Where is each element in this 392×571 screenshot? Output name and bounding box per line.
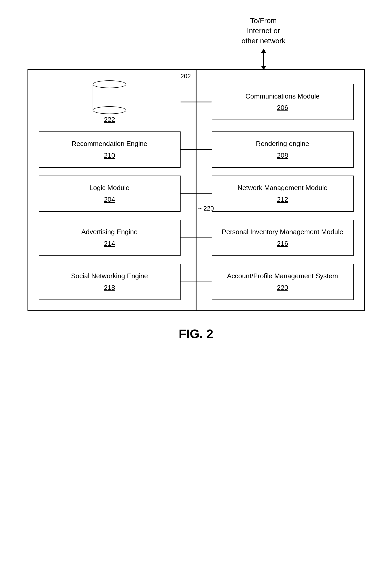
main-diagram-box: ~ 220 222 202 Commu	[27, 69, 365, 311]
rendering-title: Rendering engine	[256, 139, 309, 148]
cylinder-bottom	[93, 106, 126, 114]
network-mgmt-title: Network Management Module	[238, 183, 328, 192]
adv-connector-right	[196, 237, 212, 238]
adv-connector-left	[181, 237, 196, 238]
logic-number: 204	[104, 195, 115, 204]
advertising-cell: Advertising Engine 214	[39, 220, 196, 256]
logic-connector-left	[181, 193, 196, 194]
personal-inventory-title: Personal Inventory Management Module	[222, 227, 343, 236]
social-connector-right	[196, 281, 212, 282]
account-profile-cell: Account/Profile Management System 220	[196, 264, 354, 300]
logic-connector-right	[196, 193, 212, 194]
rec-connector-left	[181, 149, 196, 150]
internet-line2: Internet or	[247, 27, 280, 35]
personal-inventory-cell: Personal Inventory Management Module 216	[196, 220, 354, 256]
db-number: 222	[104, 116, 115, 124]
recommendation-module: Recommendation Engine 210	[39, 131, 181, 168]
rendering-cell: Rendering engine 208	[196, 131, 354, 168]
social-networking-title: Social Networking Engine	[71, 271, 148, 281]
communications-module: Communications Module 206	[212, 84, 354, 120]
row-4: Advertising Engine 214 Personal Inventor…	[39, 220, 354, 256]
cylinder-top	[93, 80, 126, 88]
communications-cell: Communications Module 206	[196, 84, 354, 120]
account-profile-title: Account/Profile Management System	[227, 271, 338, 281]
db-connector	[181, 102, 196, 102]
recommendation-cell: Recommendation Engine 210	[39, 131, 196, 168]
rendering-number: 208	[277, 151, 288, 160]
communications-title: Communications Module	[245, 92, 320, 101]
social-networking-cell: Social Networking Engine 218	[39, 264, 196, 300]
logic-module: Logic Module 204	[39, 176, 181, 212]
network-mgmt-number: 212	[277, 195, 288, 204]
network-mgmt-module: Network Management Module 212	[212, 176, 354, 212]
advertising-title: Advertising Engine	[81, 227, 138, 236]
social-networking-module: Social Networking Engine 218	[39, 264, 181, 300]
advertising-module: Advertising Engine 214	[39, 220, 181, 256]
personal-inventory-module: Personal Inventory Management Module 216	[212, 220, 354, 256]
db-cylinder	[93, 80, 126, 114]
internet-label: To/From Internet or other network	[242, 16, 286, 46]
page-container: To/From Internet or other network ~ 220	[0, 0, 392, 571]
social-networking-number: 218	[104, 283, 115, 292]
rendering-module: Rendering engine 208	[212, 131, 354, 168]
row-5: Social Networking Engine 218 Account/Pro…	[39, 264, 354, 300]
internet-line3: other network	[242, 37, 286, 45]
recommendation-number: 210	[104, 151, 115, 160]
bus-top-label: 202	[181, 73, 191, 80]
internet-arrow	[261, 49, 266, 70]
db-cell: 222	[39, 80, 196, 124]
row-2: Recommendation Engine 210 Rendering engi…	[39, 131, 354, 168]
logic-cell: Logic Module 204	[39, 176, 196, 212]
row-1: 222 202 Communications Module 206	[39, 80, 354, 124]
arrow-head-up	[261, 49, 266, 53]
arrow-line-vertical	[263, 53, 264, 66]
db-container: 222	[39, 80, 181, 124]
network-mgmt-cell: Network Management Module 212	[196, 176, 354, 212]
account-profile-module: Account/Profile Management System 220	[212, 264, 354, 300]
logic-title: Logic Module	[90, 183, 130, 192]
recommendation-title: Recommendation Engine	[72, 139, 147, 148]
row-3: Logic Module 204 Network Management Modu…	[39, 176, 354, 212]
communications-number: 206	[277, 103, 288, 112]
comms-connector	[196, 102, 212, 102]
figure-label: FIG. 2	[179, 327, 213, 341]
advertising-number: 214	[104, 239, 115, 248]
account-profile-number: 220	[277, 283, 288, 292]
rec-connector-right	[196, 149, 212, 150]
internet-line1: To/From	[250, 17, 277, 25]
social-connector-left	[181, 281, 196, 282]
personal-inventory-number: 216	[277, 239, 288, 248]
